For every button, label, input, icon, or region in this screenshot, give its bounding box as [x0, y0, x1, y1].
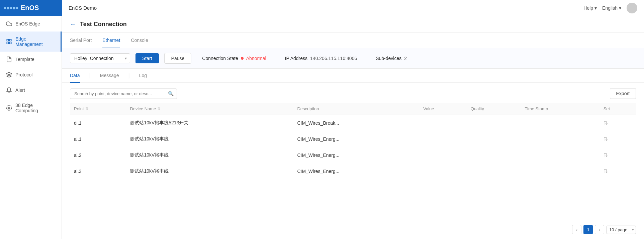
sidebar-label-template: Template: [15, 57, 34, 62]
sort-icon-point[interactable]: ⇅: [85, 107, 88, 111]
sidebar-label-edge-management: Edge Management: [15, 36, 55, 47]
controls-row: Holley_Connection ▾ Start Pause Connecti…: [62, 48, 644, 69]
sidebar: EnOS Edge Edge Management Template Proto…: [0, 0, 62, 239]
lang-chevron-icon: ▾: [619, 5, 621, 11]
search-input[interactable]: [70, 88, 177, 99]
prev-page-button[interactable]: ‹: [572, 225, 581, 234]
logo-dot-2: [7, 7, 9, 9]
cell-set[interactable]: ⇅: [600, 131, 636, 147]
svg-rect-5: [7, 106, 11, 110]
cell-quality: [467, 115, 521, 131]
cell-value: [419, 163, 466, 179]
language-selector[interactable]: English ▾: [602, 5, 621, 11]
page-title: Test Connection: [80, 21, 127, 28]
sidebar-item-edge-management[interactable]: Edge Management: [0, 32, 62, 52]
cell-set[interactable]: ⇅: [600, 163, 636, 179]
file-icon: [6, 56, 12, 62]
sub-devices-value: 2: [404, 56, 407, 61]
cell-set[interactable]: ⇅: [600, 147, 636, 163]
connection-select[interactable]: Holley_Connection: [70, 53, 130, 63]
sidebar-label-edge-computing: 38 Edge Computing: [15, 103, 56, 113]
set-icon[interactable]: ⇅: [604, 168, 632, 174]
export-button[interactable]: Export: [610, 88, 636, 99]
cell-quality: [467, 131, 521, 147]
table-row: di.1 测试站10kV裕丰线5213开关 CIM_Wires_Break...…: [70, 115, 636, 131]
data-tabs: Data | Message | Log: [62, 69, 644, 83]
page-size-select[interactable]: 10 / page 20 / page 50 / page: [606, 226, 636, 234]
cell-time-stamp: [521, 147, 600, 163]
page-header: ← Test Connection: [62, 16, 644, 33]
sidebar-item-edge-computing[interactable]: 38 Edge Computing: [0, 98, 62, 118]
cell-time-stamp: [521, 131, 600, 147]
connection-select-wrapper: Holley_Connection ▾: [70, 53, 130, 63]
cpu-icon: [6, 105, 12, 111]
cell-value: [419, 147, 466, 163]
cell-device-name: 测试站10kV裕丰线: [126, 131, 293, 147]
cell-device-name: 测试站10kV裕丰线: [126, 163, 293, 179]
connection-state-value: Abnormal: [246, 56, 266, 61]
col-header-quality: Quality: [467, 103, 521, 115]
avatar[interactable]: [627, 3, 637, 13]
col-header-device-name: Device Name ⇅: [126, 103, 293, 115]
logo-dot-4: [13, 7, 15, 9]
cell-description: CIM_Wires_Energ...: [293, 163, 419, 179]
cell-value: [419, 131, 466, 147]
main-content: ← Test Connection Serial Port Ethernet C…: [62, 0, 644, 239]
tab-console[interactable]: Console: [131, 33, 148, 48]
topbar: EnOS EnOS Demo Help ▾ English ▾: [0, 0, 644, 16]
col-header-time-stamp: Time Stamp: [521, 103, 600, 115]
sidebar-item-protocol[interactable]: Protocol: [0, 67, 62, 82]
bell-icon: [6, 87, 12, 93]
pause-button[interactable]: Pause: [164, 53, 192, 64]
table-row: ai.1 测试站10kV裕丰线 CIM_Wires_Energ... ⇅: [70, 131, 636, 147]
tab-ethernet[interactable]: Ethernet: [102, 33, 120, 48]
connection-state-section: Connection State Abnormal: [202, 56, 266, 61]
set-icon[interactable]: ⇅: [604, 136, 632, 142]
set-icon[interactable]: ⇅: [604, 152, 632, 158]
sidebar-item-alert[interactable]: Alert: [0, 82, 62, 98]
data-tab-data[interactable]: Data: [70, 69, 80, 83]
cell-point: ai.2: [70, 147, 126, 163]
data-tab-message[interactable]: Message: [100, 69, 119, 83]
sub-devices-label: Sub-devices: [376, 56, 401, 61]
back-button[interactable]: ←: [70, 21, 76, 28]
set-icon[interactable]: ⇅: [604, 120, 632, 126]
cell-description: CIM_Wires_Energ...: [293, 147, 419, 163]
app-name: EnOS Demo: [69, 5, 97, 11]
next-page-button[interactable]: ›: [595, 225, 604, 234]
cell-time-stamp: [521, 115, 600, 131]
data-table: Point ⇅ Device Name ⇅ Description Value …: [70, 103, 636, 179]
cell-point: ai.3: [70, 163, 126, 179]
cell-time-stamp: [521, 163, 600, 179]
col-header-point: Point ⇅: [70, 103, 126, 115]
logo-dot-1: [4, 7, 6, 9]
col-header-set: Set: [600, 103, 636, 115]
connection-state-dot: [241, 57, 244, 60]
topbar-right: Help ▾ English ▾: [583, 3, 644, 13]
cell-set[interactable]: ⇅: [600, 115, 636, 131]
layers-icon: [6, 72, 12, 78]
cell-quality: [467, 163, 521, 179]
start-button[interactable]: Start: [135, 53, 159, 63]
cell-description: CIM_Wires_Energ...: [293, 131, 419, 147]
svg-marker-4: [7, 72, 12, 75]
svg-rect-2: [10, 42, 11, 44]
svg-rect-1: [10, 39, 11, 41]
table-row: ai.3 测试站10kV裕丰线 CIM_Wires_Energ... ⇅: [70, 163, 636, 179]
sidebar-item-enos-edge[interactable]: EnOS Edge: [0, 16, 62, 32]
tab-serial-port[interactable]: Serial Port: [70, 33, 92, 48]
logo-dots: [4, 7, 18, 9]
sort-icon-device-name[interactable]: ⇅: [157, 107, 160, 111]
help-chevron-icon: ▾: [594, 5, 597, 11]
search-wrapper: 🔍: [70, 88, 177, 99]
help-button[interactable]: Help ▾: [583, 5, 597, 11]
data-tab-log[interactable]: Log: [139, 69, 147, 83]
grid-icon: [6, 39, 12, 45]
cell-device-name: 测试站10kV裕丰线: [126, 147, 293, 163]
current-page[interactable]: 1: [583, 225, 593, 234]
sidebar-item-template[interactable]: Template: [0, 52, 62, 67]
connection-state-label: Connection State: [202, 56, 238, 61]
table-row: ai.2 测试站10kV裕丰线 CIM_Wires_Energ... ⇅: [70, 147, 636, 163]
sidebar-label-alert: Alert: [15, 87, 25, 93]
sub-devices-section: Sub-devices 2: [376, 56, 407, 61]
